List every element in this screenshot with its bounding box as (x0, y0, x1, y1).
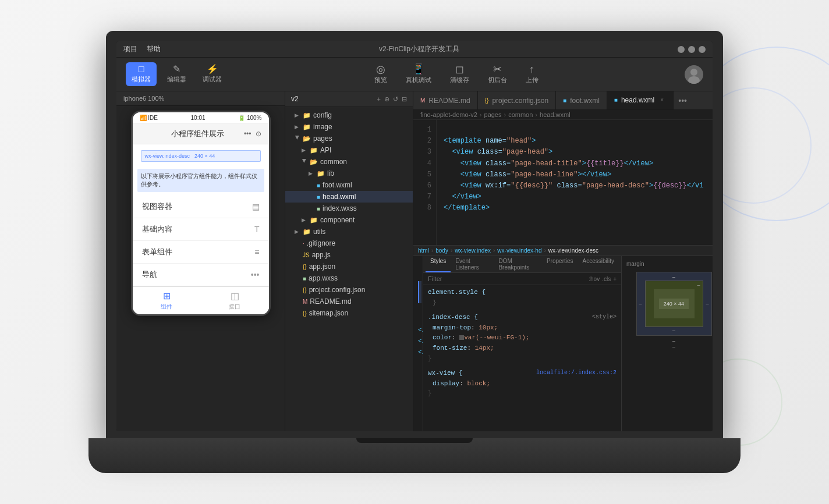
tree-file-app-json[interactable]: ▶ {} app.json (285, 261, 413, 272)
hover-hint[interactable]: :hov (589, 276, 600, 282)
phone-nav-more-icon[interactable]: ••• (244, 130, 251, 138)
tree-folder-utils[interactable]: ▶ 📁 utils (285, 226, 413, 237)
style-content[interactable]: element.style { } .index-desc { <style> (423, 285, 621, 431)
event-listeners-tab[interactable]: Event Listeners (451, 256, 494, 272)
debug-icon: ⚡ (207, 65, 218, 74)
folder-open-icon: 📂 (310, 158, 318, 166)
dom-crumb-index-hd[interactable]: wx-view.index-hd (497, 247, 541, 254)
breadcrumb-item-2[interactable]: pages (484, 111, 502, 118)
tree-folder-image[interactable]: ▶ 📁 image (285, 121, 413, 133)
class-hint[interactable]: .cls (602, 276, 611, 282)
wx-view-block: wx-view { localfile:/.index.css:2 displa… (428, 368, 617, 399)
toolbar-right-group (685, 65, 703, 84)
properties-tab[interactable]: Properties (542, 256, 578, 272)
window-controls (678, 46, 706, 53)
tree-folder-common[interactable]: ▶ 📂 common (285, 156, 413, 168)
wxss-file-icon: ■ (303, 275, 306, 282)
arrow-icon: ▶ (295, 124, 300, 130)
dom-selected-line[interactable]: <wx-view class="index-desc">以下将展示小程序官方组件… (418, 281, 421, 292)
tab-more-button[interactable]: ••• (674, 96, 692, 105)
menu-item-help[interactable]: 帮助 (147, 44, 161, 54)
box-dim-bottom: – (672, 344, 675, 350)
arrow-icon: ▶ (302, 147, 307, 153)
tree-file-head-wxml[interactable]: ▶ ■ head.wxml (285, 191, 413, 203)
tab-head-wxml[interactable]: ■ head.wxml × (607, 91, 674, 109)
clear-cache-action[interactable]: ◻ 清缓存 (445, 62, 474, 87)
breadcrumb-item-3[interactable]: common (508, 111, 533, 118)
new-folder-icon[interactable]: ⊕ (384, 95, 389, 103)
phone-menu-item-1[interactable]: 视图容器 ▤ (133, 196, 269, 218)
phone-nav-home-icon[interactable]: ⊙ (256, 130, 261, 138)
code-panel: M README.md {} project.config.json ■ foo… (413, 91, 713, 431)
simulator-label: 模拟器 (132, 75, 151, 84)
tree-file-gitignore[interactable]: ▶ · .gitignore (285, 237, 413, 249)
tab-readme[interactable]: M README.md (413, 91, 478, 109)
toolbar-center-group: ◎ 预览 📱 真机调试 ◻ 清缓存 ✂ 切后台 (232, 62, 680, 87)
user-avatar[interactable] (685, 65, 703, 84)
phone-nav-bar: 小程序组件展示 ••• ⊙ (133, 124, 269, 144)
box-margin-right: – (706, 301, 708, 307)
code-split: 12345678 <template name="head"> <view cl… (413, 120, 713, 431)
menu-item-project[interactable]: 项目 (123, 44, 137, 54)
tree-file-readme[interactable]: ▶ M README.md (285, 296, 413, 307)
json-file-icon: {} (303, 287, 307, 293)
debug-button[interactable]: ⚡ 调试器 (197, 62, 228, 86)
tree-folder-component[interactable]: ▶ 📁 component (285, 214, 413, 226)
tree-folder-api[interactable]: ▶ 📁 API (285, 144, 413, 156)
phone-tab-interface[interactable]: ◫ 接口 (201, 287, 269, 314)
tree-file-app-js[interactable]: ▶ JS app.js (285, 249, 413, 261)
collapse-icon[interactable]: ⊟ (402, 95, 407, 103)
real-debug-action[interactable]: 📱 真机调试 (401, 62, 436, 87)
code-content[interactable]: <template name="head"> <view class="page… (437, 120, 713, 245)
styles-tab[interactable]: Styles (426, 256, 451, 272)
phone-menu-item-4[interactable]: 导航 ••• (133, 264, 269, 286)
breadcrumb-item-1[interactable]: fino-applet-demo-v2 (420, 111, 477, 118)
simulator-button[interactable]: □ 模拟器 (126, 62, 157, 86)
base-content-icon: T (254, 225, 260, 234)
form-component-icon: ≡ (254, 247, 259, 257)
new-file-icon[interactable]: + (377, 95, 381, 103)
phone-page-title: 小程序组件展示 (171, 129, 224, 139)
status-signal: 📶 IDE (140, 115, 158, 121)
dom-breakpoints-tab[interactable]: DOM Breakpoints (494, 256, 542, 272)
phone-tab-component[interactable]: ⊞ 组件 (133, 287, 201, 314)
dom-crumb-html[interactable]: html (418, 247, 429, 254)
style-filter-input[interactable] (428, 275, 589, 282)
tree-file-index-wxss[interactable]: ▶ ■ index.wxss (285, 203, 413, 214)
phone-highlight-wrapper: wx-view.index-desc 240 × 44 (133, 144, 269, 168)
tree-file-project-config[interactable]: ▶ {} project.config.json (285, 284, 413, 296)
refresh-icon[interactable]: ↺ (393, 95, 398, 103)
phone-menu-item-2[interactable]: 基础内容 T (133, 218, 269, 241)
close-button[interactable] (699, 46, 706, 53)
tree-folder-lib[interactable]: ▶ 📁 lib (285, 168, 413, 179)
minimize-button[interactable] (678, 46, 685, 53)
accessibility-tab[interactable]: Accessibility (578, 256, 619, 272)
tab-foot-wxml[interactable]: ■ foot.wxml (556, 91, 607, 109)
tree-file-foot-wxml[interactable]: ▶ ■ foot.wxml (285, 179, 413, 191)
breadcrumb-item-4: head.wxml (540, 111, 571, 118)
style-filter-hints: :hov .cls + (589, 276, 617, 282)
phone-highlighted-element: wx-view.index-desc 240 × 44 (141, 150, 261, 162)
upload-action[interactable]: ↑ 上传 (521, 62, 543, 87)
tree-file-sitemap[interactable]: ▶ {} sitemap.json (285, 307, 413, 319)
phone-menu-item-3[interactable]: 表单组件 ≡ (133, 241, 269, 264)
maximize-button[interactable] (688, 46, 695, 53)
tree-file-app-wxss[interactable]: ▶ ■ app.wxss (285, 272, 413, 284)
code-editor-area: 12345678 <template name="head"> <view cl… (413, 120, 713, 245)
preview-action[interactable]: ◎ 预览 (370, 62, 392, 87)
cut-backend-action[interactable]: ✂ 切后台 (483, 62, 512, 87)
index-desc-block: .index-desc { <style> margin-top: 10px; … (428, 313, 617, 364)
dom-tree-area[interactable]: <wx-image class="index-logo" src="../res… (413, 256, 423, 431)
dom-crumb-body[interactable]: body (435, 247, 448, 254)
editor-button[interactable]: ✎ 编辑器 (161, 62, 192, 86)
dom-crumb-index[interactable]: wx-view.index (455, 247, 491, 254)
file-tree-panel: v2 + ⊕ ↺ ⊟ ▶ 📁 config (285, 91, 413, 431)
app-title: v2-FinClip小程序开发工具 (161, 44, 678, 54)
wxss-file-icon: ■ (317, 205, 320, 212)
tree-folder-config[interactable]: ▶ 📁 config (285, 109, 413, 121)
add-style-hint[interactable]: + (613, 276, 617, 282)
tree-folder-pages[interactable]: ▶ 📂 pages (285, 133, 413, 144)
tab-project-config[interactable]: {} project.config.json (478, 91, 556, 109)
tab-close-icon[interactable]: × (658, 96, 666, 104)
file-panel-header: v2 + ⊕ ↺ ⊟ (285, 91, 413, 107)
